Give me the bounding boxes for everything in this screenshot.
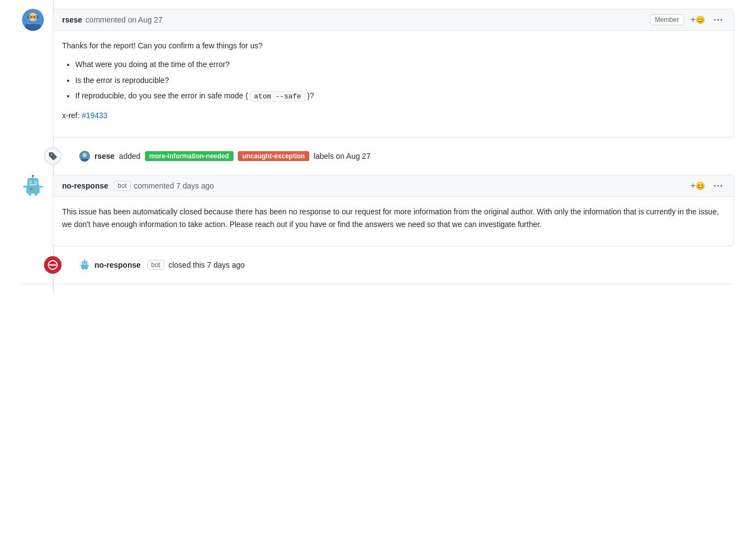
- comment-body-no-response: This issue has been automatically closed…: [53, 197, 733, 246]
- closed-action: closed this 7 days ago: [169, 261, 245, 269]
- svg-point-38: [83, 263, 84, 263]
- svg-point-18: [30, 181, 31, 183]
- avatar-no-response: [22, 175, 44, 197]
- list-item-1: Is the error is reproducible?: [75, 74, 725, 86]
- svg-point-10: [82, 153, 87, 157]
- svg-rect-45: [82, 268, 84, 270]
- comment-header-left-rsese: rsese commented on Aug 27: [62, 15, 163, 24]
- svg-point-22: [34, 188, 36, 190]
- svg-point-8: [721, 19, 722, 21]
- comment-header-left-no-response: no-response bot commented 7 days ago: [62, 181, 214, 191]
- svg-rect-32: [81, 264, 88, 269]
- no-response-body-text: This issue has been automatically closed…: [62, 206, 725, 230]
- label-uncaught-exception[interactable]: uncaught-exception: [238, 151, 309, 161]
- svg-point-35: [84, 259, 85, 261]
- svg-rect-24: [40, 186, 43, 187]
- svg-point-42: [85, 266, 86, 267]
- comment-wrapper-rsese: rsese commented on Aug 27 Member +😊 Than…: [53, 9, 734, 137]
- svg-point-39: [86, 263, 86, 263]
- comment-body-rsese: Thanks for the report! Can you confirm a…: [53, 31, 733, 137]
- svg-point-6: [714, 19, 716, 21]
- code-atom-safe: atom --safe: [250, 91, 305, 102]
- event-action: added: [119, 152, 141, 161]
- xref-label: x-ref:: [62, 111, 80, 120]
- svg-point-21: [30, 188, 32, 190]
- svg-point-7: [718, 19, 719, 21]
- svg-rect-2: [25, 24, 41, 31]
- comment-rsese: rsese commented on Aug 27 Member +😊 Than…: [22, 9, 734, 137]
- svg-point-41: [84, 266, 85, 267]
- xref-link[interactable]: #19433: [82, 111, 108, 120]
- comment-meta-no-response: commented 7 days ago: [134, 181, 214, 190]
- add-emoji-button-no-response[interactable]: +😊: [688, 180, 707, 192]
- more-options-button-no-response[interactable]: [711, 180, 725, 191]
- svg-point-29: [721, 185, 722, 187]
- comment-header-right-rsese: Member +😊: [650, 14, 725, 26]
- svg-rect-46: [86, 268, 87, 270]
- comment-author-no-response[interactable]: no-response: [62, 181, 108, 190]
- label-more-information-needed[interactable]: more-information-needed: [145, 151, 234, 161]
- svg-rect-25: [29, 192, 31, 196]
- comment-header-right-no-response: +😊: [688, 180, 725, 192]
- comment-meta-rsese: commented on Aug 27: [86, 15, 163, 24]
- comment-header-no-response: no-response bot commented 7 days ago +😊: [53, 175, 733, 197]
- svg-rect-12: [26, 185, 40, 193]
- comment-wrapper-no-response: no-response bot commented 7 days ago +😊 …: [53, 175, 734, 246]
- avatar-rsese: [22, 9, 44, 31]
- comment-intro: Thanks for the report! Can you confirm a…: [62, 40, 725, 52]
- comment-list: What were you doing at the time of the e…: [75, 58, 725, 103]
- comment-no-response: no-response bot commented 7 days ago +😊 …: [22, 175, 734, 246]
- no-entry-icon: [44, 256, 62, 274]
- tag-icon: [44, 147, 62, 165]
- list-item-2: If reproducible, do you see the error in…: [75, 90, 725, 103]
- event-avatar-rsese: [79, 151, 90, 162]
- svg-rect-11: [81, 159, 88, 162]
- avatar-no-response-small: [79, 259, 90, 270]
- member-badge: Member: [650, 14, 684, 25]
- closed-content: no-response bot closed this 7 days ago: [79, 259, 244, 270]
- event-actor[interactable]: rsese: [94, 152, 115, 161]
- svg-rect-26: [35, 192, 37, 196]
- comment-author-rsese[interactable]: rsese: [62, 15, 82, 24]
- svg-rect-43: [80, 265, 81, 266]
- bot-badge: bot: [114, 181, 131, 191]
- svg-rect-23: [23, 186, 26, 187]
- add-emoji-button-rsese[interactable]: +😊: [688, 14, 707, 26]
- svg-point-27: [714, 185, 716, 187]
- event-content-labels: rsese added more-information-needed unca…: [79, 151, 370, 162]
- labels-event: rsese added more-information-needed unca…: [22, 151, 734, 162]
- svg-point-15: [32, 175, 34, 177]
- closed-actor[interactable]: no-response: [94, 261, 141, 269]
- closed-bot-badge: bot: [147, 260, 164, 270]
- svg-point-28: [718, 185, 719, 187]
- bottom-divider: [22, 284, 734, 284]
- svg-rect-20: [29, 184, 37, 185]
- svg-point-19: [35, 181, 36, 183]
- closed-event: no-response bot closed this 7 days ago: [22, 259, 734, 270]
- xref-line: x-ref: #19433: [62, 109, 725, 121]
- list-item-0: What were you doing at the time of the e…: [75, 58, 725, 70]
- svg-rect-44: [88, 265, 90, 266]
- comment-header-rsese: rsese commented on Aug 27 Member +😊: [53, 9, 733, 31]
- more-options-button-rsese[interactable]: [711, 14, 725, 25]
- event-suffix: labels on Aug 27: [314, 152, 371, 161]
- svg-rect-40: [83, 264, 87, 265]
